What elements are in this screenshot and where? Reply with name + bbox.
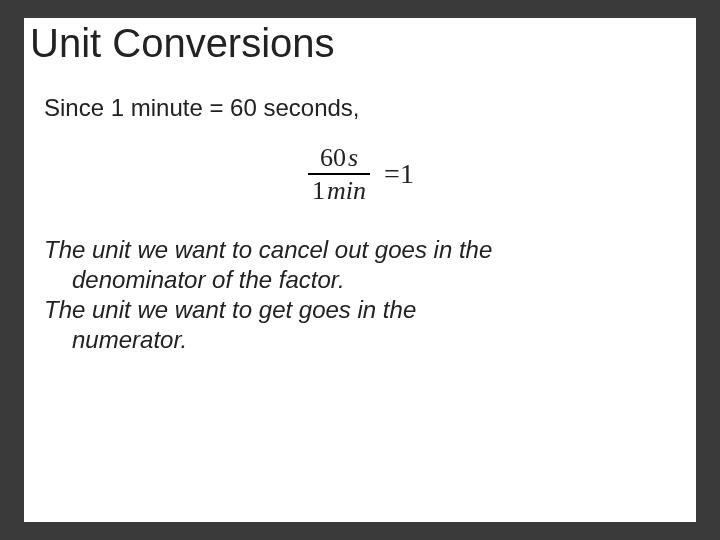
intro-line: Since 1 minute = 60 seconds, xyxy=(44,94,676,122)
rule-paragraph-2: The unit we want to get goes in the nume… xyxy=(44,295,676,355)
fraction: 60s 1min xyxy=(306,144,372,205)
fraction-numerator: 60s xyxy=(308,144,370,175)
equals-sign: = xyxy=(384,158,400,189)
rule-paragraph-1: The unit we want to cancel out goes in t… xyxy=(44,235,676,295)
equation-right: =1 xyxy=(384,158,414,190)
slide-title: Unit Conversions xyxy=(30,20,696,66)
numerator-value: 60 xyxy=(320,143,346,172)
rule1-line2: denominator of the factor. xyxy=(44,266,345,293)
rule2-line2: numerator. xyxy=(44,326,187,353)
denominator-value: 1 xyxy=(312,176,325,205)
denominator-unit: min xyxy=(327,176,366,205)
numerator-unit: s xyxy=(348,143,358,172)
content-box: Unit Conversions Since 1 minute = 60 sec… xyxy=(24,18,696,522)
equation: 60s 1min =1 xyxy=(300,140,420,209)
rhs-value: 1 xyxy=(400,158,414,189)
slide-body: Since 1 minute = 60 seconds, 60s 1min xyxy=(24,66,696,355)
fraction-denominator: 1min xyxy=(308,175,370,204)
rule2-line1: The unit we want to get goes in the xyxy=(44,296,416,323)
slide-background: Unit Conversions Since 1 minute = 60 sec… xyxy=(0,0,720,540)
rule1-line1: The unit we want to cancel out goes in t… xyxy=(44,236,492,263)
equation-container: 60s 1min =1 xyxy=(44,140,676,209)
